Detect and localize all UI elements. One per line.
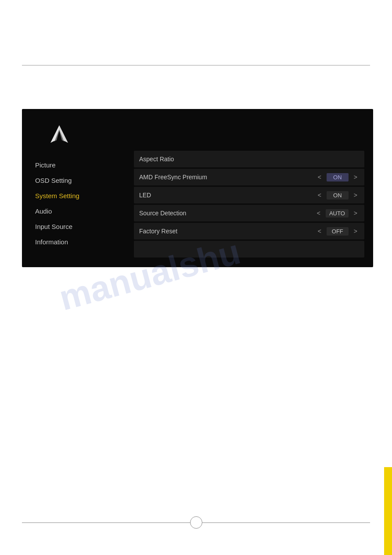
setting-row-aspect-ratio: Aspect Ratio — [134, 151, 364, 167]
source-detection-right-arrow[interactable]: > — [352, 210, 359, 217]
source-detection-left-arrow[interactable]: < — [315, 210, 322, 217]
nav-item-picture[interactable]: Picture — [35, 157, 79, 173]
bottom-divider — [22, 516, 370, 529]
freesync-value: ON — [327, 173, 349, 181]
nav-item-information[interactable]: Information — [35, 234, 79, 250]
led-left-arrow[interactable]: < — [316, 192, 323, 199]
freesync-right-arrow[interactable]: > — [352, 174, 359, 181]
led-right-arrow[interactable]: > — [352, 192, 359, 199]
bottom-rule-right — [202, 522, 370, 523]
setting-row-source-detection: Source Detection < AUTO > — [134, 205, 364, 221]
setting-row-empty — [134, 241, 364, 258]
setting-control-led: < ON > — [316, 191, 359, 200]
nav-item-system-setting[interactable]: System Setting — [35, 188, 79, 203]
setting-label-source-detection: Source Detection — [139, 210, 315, 217]
bottom-rule-circle — [190, 516, 202, 529]
setting-label-freesync: AMD FreeSync Premium — [139, 174, 316, 181]
bottom-tab — [384, 467, 392, 555]
factory-reset-right-arrow[interactable]: > — [352, 228, 359, 235]
freesync-left-arrow[interactable]: < — [316, 174, 323, 181]
setting-row-freesync: AMD FreeSync Premium < ON > — [134, 169, 364, 185]
nav-item-input-source[interactable]: Input Source — [35, 219, 79, 234]
setting-row-factory-reset: Factory Reset < OFF > — [134, 223, 364, 239]
setting-control-factory-reset: < OFF > — [316, 227, 359, 236]
settings-panel: Aspect Ratio AMD FreeSync Premium < ON >… — [134, 151, 364, 258]
corsair-logo — [46, 123, 72, 145]
nav-item-audio[interactable]: Audio — [35, 203, 79, 219]
top-divider — [22, 65, 370, 65]
source-detection-value: AUTO — [326, 209, 349, 218]
setting-label-factory-reset: Factory Reset — [139, 228, 316, 235]
setting-label-aspect-ratio: Aspect Ratio — [139, 156, 359, 163]
bottom-rule-left — [22, 522, 190, 523]
nav-menu: Picture OSD Setting System Setting Audio… — [35, 157, 79, 250]
factory-reset-left-arrow[interactable]: < — [316, 228, 323, 235]
setting-control-source-detection: < AUTO > — [315, 209, 359, 218]
nav-item-osd-setting[interactable]: OSD Setting — [35, 173, 79, 188]
setting-label-led: LED — [139, 192, 316, 199]
setting-row-led: LED < ON > — [134, 187, 364, 203]
led-value: ON — [327, 191, 349, 200]
setting-control-freesync: < ON > — [316, 173, 359, 181]
factory-reset-value: OFF — [327, 227, 349, 236]
monitor-screen: Picture OSD Setting System Setting Audio… — [22, 109, 373, 267]
